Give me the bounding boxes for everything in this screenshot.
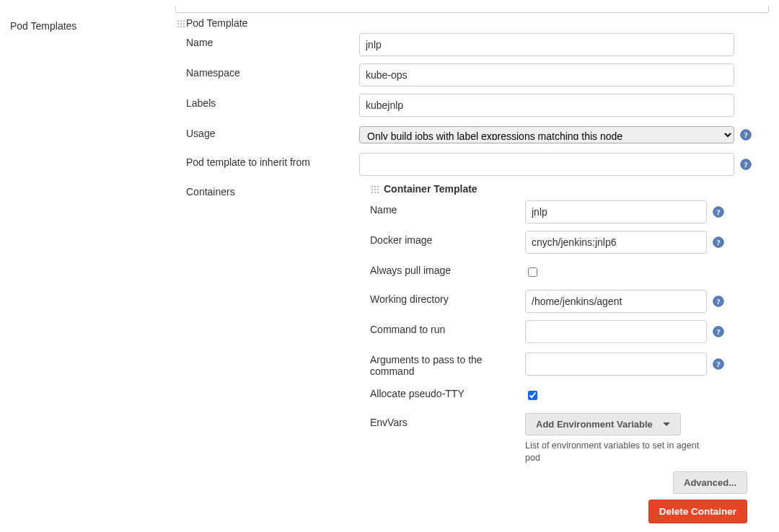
svg-text:?: ? — [716, 327, 721, 336]
ct-workdir-label: Working directory — [370, 290, 525, 305]
prev-section-tail — [175, 6, 769, 13]
help-icon[interactable]: ? — [740, 129, 752, 141]
help-icon[interactable]: ? — [713, 236, 724, 248]
help-icon[interactable]: ? — [713, 358, 724, 370]
advanced-label: Advanced... — [684, 477, 736, 488]
help-icon[interactable]: ? — [713, 326, 724, 337]
svg-text:?: ? — [716, 208, 721, 216]
pod-template-heading: Pod Template — [186, 16, 769, 33]
namespace-input[interactable] — [359, 63, 734, 87]
help-icon[interactable]: ? — [713, 206, 724, 218]
inherit-input[interactable] — [359, 153, 734, 176]
inherit-label: Pod template to inherit from — [186, 153, 359, 168]
ct-image-label: Docker image — [370, 231, 525, 246]
ct-always-pull-checkbox[interactable] — [528, 267, 537, 277]
help-icon[interactable]: ? — [713, 296, 724, 307]
drag-grip-icon[interactable] — [176, 19, 185, 28]
container-template-heading: Container Template — [384, 183, 477, 195]
delete-container-label: Delete Container — [659, 506, 736, 517]
caret-down-icon — [663, 422, 670, 426]
add-env-variable-button[interactable]: Add Environment Variable — [525, 413, 681, 435]
pod-templates-section-label: Pod Templates — [10, 16, 175, 32]
name-input[interactable] — [359, 33, 734, 56]
ct-image-input[interactable] — [525, 231, 707, 254]
svg-text:?: ? — [744, 130, 748, 139]
ct-name-label: Name — [370, 200, 525, 216]
add-env-variable-label: Add Environment Variable — [536, 419, 653, 430]
advanced-button[interactable]: Advanced... — [673, 471, 747, 494]
ct-workdir-input[interactable] — [525, 290, 707, 313]
svg-text:?: ? — [744, 160, 748, 169]
envvars-hint: List of environment variables to set in … — [525, 440, 707, 464]
ct-envvars-label: EnvVars — [370, 413, 525, 428]
labels-label: Labels — [186, 94, 359, 109]
delete-container-button[interactable]: Delete Container — [648, 500, 747, 523]
namespace-label: Namespace — [186, 63, 359, 79]
ct-args-input[interactable] — [525, 353, 707, 376]
ct-name-input[interactable] — [525, 200, 707, 223]
ct-args-label: Arguments to pass to the command — [370, 350, 525, 377]
ct-tty-label: Allocate pseudo-TTY — [370, 384, 525, 399]
svg-text:?: ? — [716, 360, 721, 368]
labels-input[interactable] — [359, 94, 734, 117]
ct-tty-checkbox[interactable] — [528, 391, 537, 400]
usage-label: Usage — [186, 124, 359, 139]
ct-always-pull-label: Always pull image — [370, 261, 525, 276]
svg-text:?: ? — [716, 238, 721, 247]
containers-label: Containers — [186, 183, 370, 523]
name-label: Name — [186, 33, 359, 48]
ct-command-input[interactable] — [525, 320, 707, 343]
ct-command-label: Command to run — [370, 320, 525, 335]
usage-select[interactable]: Only build jobs with label expressions m… — [359, 126, 734, 143]
help-icon[interactable]: ? — [740, 159, 752, 170]
svg-text:?: ? — [716, 297, 721, 306]
drag-grip-icon[interactable] — [370, 185, 379, 194]
